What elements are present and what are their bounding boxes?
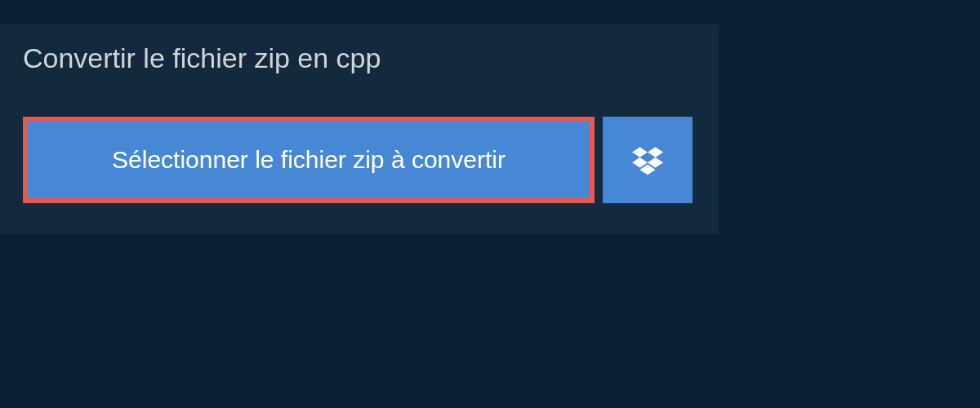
title-bar: Convertir le fichier zip en cpp	[0, 24, 482, 92]
converter-panel: Convertir le fichier zip en cpp Sélectio…	[0, 24, 719, 234]
button-area: Sélectionner le fichier zip à convertir	[0, 92, 719, 234]
select-file-button[interactable]: Sélectionner le fichier zip à convertir	[23, 117, 595, 203]
dropbox-icon	[632, 144, 663, 175]
page-title: Convertir le fichier zip en cpp	[23, 42, 459, 74]
dropbox-button[interactable]	[603, 117, 693, 203]
